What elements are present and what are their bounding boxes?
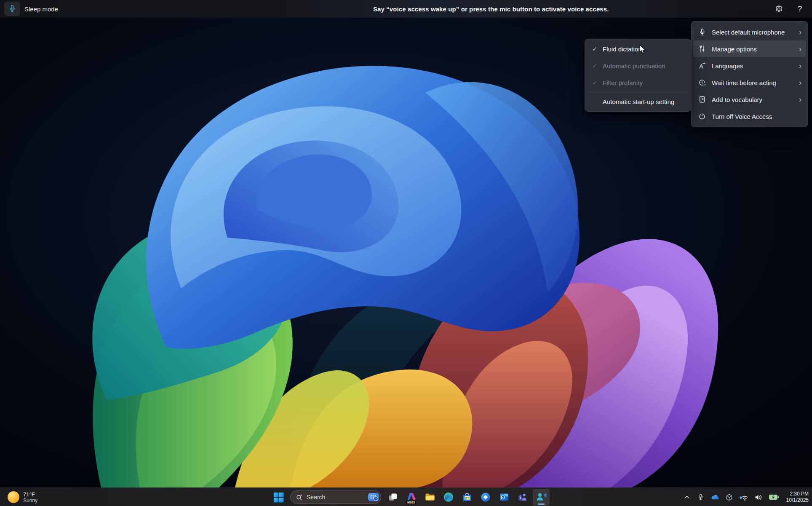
chevron-right-icon: › [799,45,802,53]
search-box[interactable]: Search [290,490,381,504]
teams-icon: T [517,492,528,503]
voice-access-mode-label: Sleep mode [24,5,58,13]
studio-effects-tray-button[interactable] [725,490,734,504]
microphone-icon [697,28,707,36]
vocabulary-book-icon [697,96,707,103]
taskbar: 71°F Sunny Search [0,487,812,506]
options-icon [697,45,707,53]
windows-logo-icon [273,492,284,503]
microsoft-teams-button[interactable]: T [514,489,531,506]
submenu-item-automatic-punctuation[interactable]: ✓ Automatic punctuation [587,57,689,74]
submenu-item-filter-profanity[interactable]: ✓ Filter profanity [587,74,689,91]
clock-time: 2:30 PM [786,491,809,497]
task-view-button[interactable] [385,489,401,506]
language-icon [697,62,707,70]
microsoft-store-button[interactable] [459,489,475,506]
battery-charging-icon [769,494,779,501]
studio-effects-cube-icon [725,493,733,501]
voice-access-message: Say “voice access wake up” or press the … [373,0,609,18]
menu-item-select-default-microphone[interactable]: Select default microphone › [693,24,806,40]
chevron-right-icon: › [799,62,802,70]
start-button[interactable] [270,489,287,506]
menu-item-languages[interactable]: Languages › [693,57,806,74]
volume-icon [754,493,763,501]
voice-access-bar: Sleep mode Say “voice access wake up” or… [0,0,812,18]
chevron-right-icon: › [799,96,802,103]
microphone-status-tray-button[interactable] [697,490,705,504]
power-icon [697,112,707,120]
microphone-icon [8,5,16,13]
clock-date: 10/1/2025 [786,497,809,503]
microsoft-edge-button[interactable] [440,489,457,506]
svg-text:T: T [519,496,521,499]
voice-access-settings-menu: Select default microphone › Manage optio… [691,21,808,127]
checkmark-icon: ✓ [591,46,598,52]
onedrive-tray-button[interactable] [710,490,720,504]
submenu-item-automatic-start-up-setting[interactable]: Automatic start-up setting [587,93,689,110]
hidden-icons-chevron-button[interactable] [683,490,691,504]
menu-item-wait-time-before-acting[interactable]: Wait time before acting › [693,74,806,91]
widgets-weather-button[interactable]: 71°F Sunny [4,488,41,506]
microphone-status-icon [697,493,704,501]
microsoft-store-icon [462,492,473,503]
checkmark-icon: ✓ [591,79,598,86]
mouse-cursor [639,45,646,56]
m365-badge: M365 [406,501,416,504]
network-tray-button[interactable] [739,490,749,504]
search-icon [296,494,303,501]
menu-item-add-to-vocabulary[interactable]: Add to vocabulary › [693,91,806,108]
help-icon: ? [798,4,802,13]
outlook-icon [499,492,510,503]
menu-item-turn-off-voice-access[interactable]: Turn off Voice Access [693,108,806,125]
running-app-indicator [538,503,545,505]
voice-access-person-icon [536,492,547,502]
chevron-right-icon: › [799,79,802,86]
voice-access-help-button[interactable]: ? [794,3,805,14]
menu-divider [588,92,687,92]
weather-condition: Sunny [23,498,37,503]
task-view-icon [388,492,398,502]
chevron-up-icon [684,494,690,501]
onedrive-cloud-icon [710,494,720,501]
submenu-item-fluid-dictation[interactable]: ✓ Fluid dictation [587,40,689,57]
sun-icon [8,491,19,503]
voice-access-app-button[interactable] [533,489,550,506]
manage-options-submenu: ✓ Fluid dictation ✓ Automatic punctuatio… [585,39,691,112]
battery-tray-button[interactable] [769,490,779,504]
network-secure-wifi-icon [739,493,749,501]
wait-clock-icon [697,79,707,86]
file-explorer-icon [425,492,435,503]
voice-access-mic-button[interactable] [4,2,20,16]
m365-copilot-app-button[interactable]: M365 [403,489,420,506]
edge-icon [443,492,454,503]
chevron-right-icon: › [799,28,802,36]
volume-tray-button[interactable] [754,490,763,504]
taskbar-clock[interactable]: 2:30 PM 10/1/2025 [785,491,809,503]
search-highlight-icon [368,492,379,502]
copilot-app-button[interactable] [477,489,494,506]
voice-access-settings-button[interactable] [773,3,784,14]
gear-icon [775,5,783,13]
outlook-button[interactable] [496,489,513,506]
weather-temperature: 71°F [23,491,37,498]
copilot-diamond-icon [480,492,491,503]
file-explorer-button[interactable] [422,489,438,506]
menu-item-manage-options[interactable]: Manage options › [693,40,806,57]
search-placeholder: Search [307,494,364,501]
checkmark-icon: ✓ [591,62,598,69]
